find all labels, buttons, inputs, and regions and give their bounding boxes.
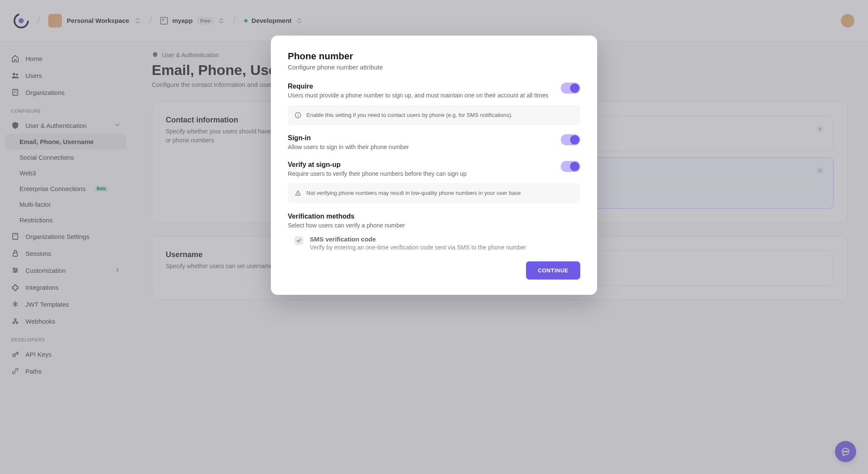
continue-button[interactable]: CONTINUE (526, 261, 580, 280)
verify-toggle[interactable] (561, 161, 580, 172)
modal-overlay[interactable]: Phone number Configure phone number attr… (0, 0, 868, 474)
require-toggle[interactable] (561, 83, 580, 94)
verify-warning-box: Not verifying phone numbers may result i… (288, 183, 580, 203)
checkbox-checked-icon (295, 236, 303, 245)
modal-title: Phone number (288, 51, 580, 62)
sms-verification-option[interactable]: SMS verification code Verify by entering… (288, 236, 580, 252)
require-info-box: Enable this setting if you need to conta… (288, 105, 580, 125)
sms-desc: Verify by entering an one-time verificat… (310, 244, 526, 252)
signin-title: Sign-in (288, 134, 409, 142)
info-icon (295, 112, 301, 119)
methods-desc: Select how users can verify a phone numb… (288, 222, 580, 230)
signin-desc: Allow users to sign in with their phone … (288, 143, 409, 152)
phone-number-modal: Phone number Configure phone number attr… (271, 36, 597, 295)
require-desc: Users must provide a phone number to sig… (288, 91, 548, 100)
verify-desc: Require users to verify their phone numb… (288, 170, 467, 178)
warning-text: Not verifying phone numbers may result i… (306, 189, 521, 197)
sms-title: SMS verification code (310, 236, 526, 243)
methods-title: Verification methods (288, 213, 580, 220)
warning-icon (295, 190, 301, 197)
verify-title: Verify at sign-up (288, 161, 467, 169)
modal-subtitle: Configure phone number attribute (288, 64, 580, 71)
info-text: Enable this setting if you need to conta… (306, 111, 512, 119)
signin-toggle[interactable] (561, 134, 580, 145)
require-title: Require (288, 83, 548, 90)
